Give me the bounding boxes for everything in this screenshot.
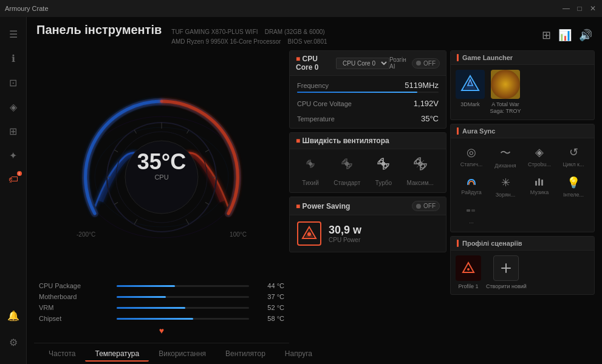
sidebar-item-shield[interactable]: ◈ [2, 96, 24, 118]
minimize-button[interactable]: — [562, 4, 570, 13]
maximize-button[interactable]: □ [575, 4, 584, 13]
aura-item-starry[interactable]: ✳ Зорян... [490, 174, 521, 200]
aura-more-icon [466, 205, 477, 216]
sidebar-item-tools[interactable]: ⊞ [2, 120, 24, 142]
aura-music-icon [534, 176, 545, 187]
chart-button[interactable]: 📊 [558, 29, 572, 42]
fan-max-icon [412, 155, 429, 176]
sidebar-item-info[interactable]: ℹ [2, 47, 24, 69]
cpu-panel-title: ■ CPU Core 0 [296, 55, 332, 72]
sensor-name-chipset: Chipset [39, 315, 112, 322]
metric-freq-fill [297, 92, 417, 93]
fan-panel-accent: ■ [296, 136, 300, 145]
cpu-panel: ■ CPU Core 0 CPU Core 0 Розгін AI O [289, 50, 446, 129]
gauge-container: 35°C CPU -200°C 100°C [64, 80, 259, 250]
metric-freq-label: Frequency [297, 82, 329, 89]
middle-panels: ■ CPU Core 0 CPU Core 0 Розгін AI O [289, 50, 446, 364]
aura-sync-accent [457, 127, 459, 135]
power-sub: CPU Power [329, 237, 361, 243]
fan-turbo[interactable]: Турбо [375, 155, 392, 186]
aura-item-rainbow[interactable]: Райдуга [456, 174, 487, 200]
bottom-tabs: Частота Температура Використання Вентиля… [34, 343, 289, 364]
content-area: Панель інструментів TUF GAMING X870-PLUS… [27, 17, 602, 364]
profile-new-name: Створити новий [486, 283, 527, 289]
svg-line-11 [205, 150, 209, 152]
profiles-accent [457, 240, 459, 247]
troy-logo [491, 70, 520, 99]
fan-max[interactable]: Максим... [407, 155, 434, 186]
svg-rect-28 [535, 181, 537, 186]
game-launcher-header: Game Launcher [451, 51, 594, 65]
svg-point-18 [382, 163, 385, 166]
sidebar: ☰ ℹ ⊡ ◈ ⊞ ✦ 🏷 ! 🔔 ⚙ [0, 17, 27, 364]
aura-static-icon: ◎ [467, 146, 476, 159]
gauge-min: -200°C [77, 231, 95, 238]
cpu-core-select[interactable]: CPU Core 0 [336, 58, 389, 69]
notification-badge: ! [17, 171, 22, 176]
sound-button[interactable]: 🔊 [579, 29, 592, 42]
fan-turbo-label: Турбо [375, 180, 392, 186]
sidebar-item-wrench[interactable]: ✦ [2, 144, 24, 166]
game-name-3dmark: 3DMark [460, 101, 480, 108]
sensor-bar-chipset [117, 318, 249, 320]
fan-turbo-svg [375, 155, 392, 172]
close-button[interactable]: ✕ [589, 4, 597, 13]
sidebar-notification-icon[interactable]: 🔔 [2, 305, 24, 326]
profile-item-1[interactable]: Profile 1 [456, 255, 481, 289]
fan-standard-svg [338, 155, 355, 172]
aura-item-intelligent[interactable]: 💡 Інтеле... [558, 174, 589, 200]
sensor-name-vrm: VRM [39, 304, 112, 311]
rog-logo-svg [301, 225, 318, 242]
cpu-panel-title-group: ■ CPU Core 0 CPU Core 0 [296, 55, 389, 72]
gauge-center: 35°C CPU [137, 149, 186, 181]
aura-item-cycle[interactable]: ↺ Цикл к... [558, 143, 589, 171]
power-toggle[interactable]: OFF [412, 201, 440, 211]
sidebar-settings-icon[interactable]: ⚙ [2, 331, 24, 353]
tab-frequency[interactable]: Частота [39, 347, 85, 362]
game-launcher-accent [457, 54, 459, 61]
tab-fan[interactable]: Вентилятор [216, 347, 275, 362]
metric-freq-bar [297, 92, 439, 93]
metric-temp: Temperature 35°C [297, 114, 439, 123]
svg-rect-29 [538, 178, 540, 186]
aura-strobe-label: Строbu... [528, 161, 551, 167]
aura-more-label: ... [469, 218, 474, 224]
cpu-panel-controls: Розгін AI OFF [389, 56, 440, 70]
aura-item-static[interactable]: ◎ Статич... [456, 143, 487, 171]
fan-quiet-svg [302, 155, 319, 172]
header: Панель інструментів TUF GAMING X870-PLUS… [27, 17, 602, 50]
grid-view-button[interactable]: ⊞ [542, 29, 551, 42]
profiles-header: Профілі сценаріїв [451, 237, 594, 251]
fan-quiet[interactable]: Тихий [302, 155, 319, 186]
game-launcher-panel: Game Launcher [450, 50, 595, 120]
tab-temperature[interactable]: Температура [85, 347, 149, 362]
sidebar-item-tag[interactable]: 🏷 ! [2, 169, 24, 190]
cpu-panel-title-accent: ■ [296, 55, 300, 63]
sidebar-item-device[interactable]: ⊡ [2, 72, 24, 93]
gauge-area: 35°C CPU -200°C 100°C [34, 50, 289, 280]
sensor-fill-motherboard [117, 296, 166, 298]
aura-item-strobe[interactable]: ◈ Строbu... [524, 143, 555, 171]
game-item-3dmark[interactable]: 3DMark [456, 70, 485, 115]
rozgin-toggle[interactable]: OFF [412, 58, 440, 69]
aura-item-more[interactable]: ... [456, 203, 487, 227]
main-panels: 35°C CPU -200°C 100°C CPU Package [27, 50, 602, 364]
fan-max-svg [412, 155, 429, 172]
system-cpu: AMD Ryzen 9 9950X 16-Core Processor BIOS… [171, 37, 327, 47]
aura-item-breathing[interactable]: 〜 Дихання [490, 143, 521, 171]
sensor-row-chipset: Chipset 58 °C [39, 315, 284, 322]
svg-marker-33 [463, 263, 474, 272]
game-item-troy[interactable]: A Total War Saga: TROY [490, 70, 521, 115]
metric-voltage: CPU Core Voltage 1,192V [297, 99, 439, 108]
aura-intelligent-icon: 💡 [567, 176, 580, 189]
dmark-logo-svg [459, 73, 481, 95]
tab-usage[interactable]: Використання [149, 347, 216, 362]
profile-item-new[interactable]: Створити новий [486, 255, 527, 289]
aura-cycle-icon: ↺ [569, 146, 578, 159]
sidebar-item-menu[interactable]: ☰ [2, 23, 24, 45]
aura-item-music[interactable]: Музика [524, 174, 555, 200]
left-panel: 35°C CPU -200°C 100°C CPU Package [34, 50, 289, 364]
fan-options: Тихий [290, 149, 446, 192]
metric-temp-value: 35°C [421, 114, 439, 123]
fan-standard[interactable]: Стандарт [333, 155, 360, 186]
